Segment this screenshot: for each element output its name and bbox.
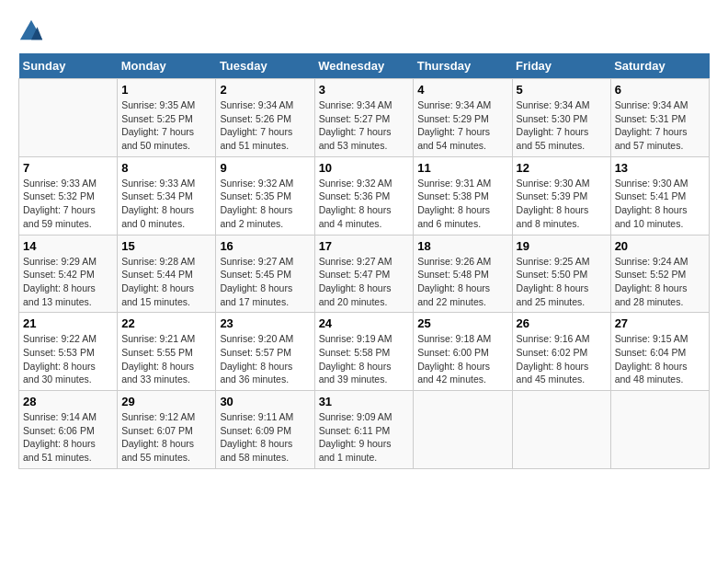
day-number: 28 [23,395,113,408]
day-number: 23 [220,316,310,330]
calendar-cell: 19Sunrise: 9:25 AMSunset: 5:50 PMDayligh… [512,235,610,313]
day-info: Sunrise: 9:27 AMSunset: 5:45 PMDaylight:… [220,255,310,309]
calendar-cell: 8Sunrise: 9:33 AMSunset: 5:34 PMDaylight… [118,156,216,235]
day-info: Sunrise: 9:32 AMSunset: 5:35 PMDaylight:… [220,177,310,231]
day-info: Sunrise: 9:19 AMSunset: 5:58 PMDaylight:… [319,332,410,386]
day-number: 14 [23,239,113,253]
page-header [18,18,710,44]
day-info: Sunrise: 9:15 AMSunset: 6:04 PMDaylight:… [615,332,705,386]
header-tuesday: Tuesday [216,53,314,79]
day-number: 9 [220,161,310,175]
calendar-cell: 30Sunrise: 9:11 AMSunset: 6:09 PMDayligh… [216,391,314,469]
header-friday: Friday [512,53,610,79]
day-number: 13 [615,161,705,175]
day-info: Sunrise: 9:27 AMSunset: 5:47 PMDaylight:… [319,255,410,309]
day-number: 20 [615,239,705,253]
calendar-week-1: 1Sunrise: 9:35 AMSunset: 5:25 PMDaylight… [19,79,710,157]
day-number: 31 [319,395,410,408]
day-number: 1 [121,83,211,97]
day-info: Sunrise: 9:33 AMSunset: 5:34 PMDaylight:… [121,177,211,231]
calendar-cell: 24Sunrise: 9:19 AMSunset: 5:58 PMDayligh… [314,313,414,391]
day-info: Sunrise: 9:30 AMSunset: 5:41 PMDaylight:… [615,177,705,231]
day-info: Sunrise: 9:12 AMSunset: 6:07 PMDaylight:… [121,410,211,465]
calendar-cell: 11Sunrise: 9:31 AMSunset: 5:38 PMDayligh… [414,156,512,235]
header-wednesday: Wednesday [314,53,414,79]
calendar-cell: 17Sunrise: 9:27 AMSunset: 5:47 PMDayligh… [314,235,414,313]
calendar-table: SundayMondayTuesdayWednesdayThursdayFrid… [18,53,710,469]
calendar-cell: 9Sunrise: 9:32 AMSunset: 5:35 PMDaylight… [216,156,314,235]
day-number: 19 [517,239,607,253]
day-number: 6 [615,83,705,97]
day-info: Sunrise: 9:35 AMSunset: 5:25 PMDaylight:… [121,98,211,153]
day-info: Sunrise: 9:16 AMSunset: 6:02 PMDaylight:… [517,332,607,386]
calendar-week-4: 21Sunrise: 9:22 AMSunset: 5:53 PMDayligh… [19,313,710,391]
calendar-cell: 10Sunrise: 9:32 AMSunset: 5:36 PMDayligh… [314,156,414,235]
calendar-week-3: 14Sunrise: 9:29 AMSunset: 5:42 PMDayligh… [19,235,710,313]
day-number: 4 [417,83,507,97]
day-info: Sunrise: 9:21 AMSunset: 5:55 PMDaylight:… [121,332,211,386]
day-number: 27 [615,316,705,330]
day-info: Sunrise: 9:34 AMSunset: 5:27 PMDaylight:… [319,98,410,153]
logo-icon [18,18,44,44]
calendar-cell: 13Sunrise: 9:30 AMSunset: 5:41 PMDayligh… [610,156,709,235]
day-number: 22 [121,316,211,330]
calendar-cell [19,79,118,157]
calendar-cell: 28Sunrise: 9:14 AMSunset: 6:06 PMDayligh… [19,391,118,469]
day-number: 25 [417,316,507,330]
calendar-cell: 4Sunrise: 9:34 AMSunset: 5:29 PMDaylight… [414,79,512,157]
calendar-cell: 27Sunrise: 9:15 AMSunset: 6:04 PMDayligh… [610,313,709,391]
day-info: Sunrise: 9:26 AMSunset: 5:48 PMDaylight:… [417,255,507,309]
day-info: Sunrise: 9:25 AMSunset: 5:50 PMDaylight:… [517,255,607,309]
calendar-cell: 5Sunrise: 9:34 AMSunset: 5:30 PMDaylight… [512,79,610,157]
calendar-cell: 3Sunrise: 9:34 AMSunset: 5:27 PMDaylight… [314,79,414,157]
calendar-cell [414,391,512,469]
day-info: Sunrise: 9:34 AMSunset: 5:29 PMDaylight:… [417,98,507,153]
day-info: Sunrise: 9:34 AMSunset: 5:31 PMDaylight:… [615,98,705,153]
day-number: 11 [417,161,507,175]
calendar-cell: 21Sunrise: 9:22 AMSunset: 5:53 PMDayligh… [19,313,118,391]
calendar-cell: 22Sunrise: 9:21 AMSunset: 5:55 PMDayligh… [118,313,216,391]
day-info: Sunrise: 9:24 AMSunset: 5:52 PMDaylight:… [615,255,705,309]
calendar-cell: 2Sunrise: 9:34 AMSunset: 5:26 PMDaylight… [216,79,314,157]
day-number: 15 [121,239,211,253]
day-number: 10 [319,161,410,175]
day-number: 3 [319,83,410,97]
day-info: Sunrise: 9:33 AMSunset: 5:32 PMDaylight:… [23,177,113,231]
day-number: 7 [23,161,113,175]
calendar-cell: 25Sunrise: 9:18 AMSunset: 6:00 PMDayligh… [414,313,512,391]
day-info: Sunrise: 9:29 AMSunset: 5:42 PMDaylight:… [23,255,113,309]
day-info: Sunrise: 9:30 AMSunset: 5:39 PMDaylight:… [517,177,607,231]
calendar-cell [610,391,709,469]
day-info: Sunrise: 9:11 AMSunset: 6:09 PMDaylight:… [220,410,310,465]
day-number: 18 [417,239,507,253]
calendar-cell: 26Sunrise: 9:16 AMSunset: 6:02 PMDayligh… [512,313,610,391]
day-info: Sunrise: 9:20 AMSunset: 5:57 PMDaylight:… [220,332,310,386]
calendar-cell: 15Sunrise: 9:28 AMSunset: 5:44 PMDayligh… [118,235,216,313]
day-number: 30 [220,395,310,408]
calendar-cell: 6Sunrise: 9:34 AMSunset: 5:31 PMDaylight… [610,79,709,157]
day-number: 17 [319,239,410,253]
day-info: Sunrise: 9:34 AMSunset: 5:26 PMDaylight:… [220,98,310,153]
day-number: 21 [23,316,113,330]
header-monday: Monday [118,53,216,79]
day-info: Sunrise: 9:28 AMSunset: 5:44 PMDaylight:… [121,255,211,309]
calendar-week-2: 7Sunrise: 9:33 AMSunset: 5:32 PMDaylight… [19,156,710,235]
day-info: Sunrise: 9:14 AMSunset: 6:06 PMDaylight:… [23,410,113,465]
calendar-cell: 12Sunrise: 9:30 AMSunset: 5:39 PMDayligh… [512,156,610,235]
calendar-cell [512,391,610,469]
day-info: Sunrise: 9:09 AMSunset: 6:11 PMDaylight:… [319,410,410,465]
day-info: Sunrise: 9:32 AMSunset: 5:36 PMDaylight:… [319,177,410,231]
calendar-header-row: SundayMondayTuesdayWednesdayThursdayFrid… [19,53,710,79]
logo [18,18,48,44]
day-number: 16 [220,239,310,253]
day-info: Sunrise: 9:34 AMSunset: 5:30 PMDaylight:… [517,98,607,153]
day-number: 12 [517,161,607,175]
header-saturday: Saturday [610,53,709,79]
header-sunday: Sunday [19,53,118,79]
day-info: Sunrise: 9:31 AMSunset: 5:38 PMDaylight:… [417,177,507,231]
day-number: 26 [517,316,607,330]
calendar-cell: 20Sunrise: 9:24 AMSunset: 5:52 PMDayligh… [610,235,709,313]
day-number: 29 [121,395,211,408]
day-number: 24 [319,316,410,330]
calendar-cell: 1Sunrise: 9:35 AMSunset: 5:25 PMDaylight… [118,79,216,157]
